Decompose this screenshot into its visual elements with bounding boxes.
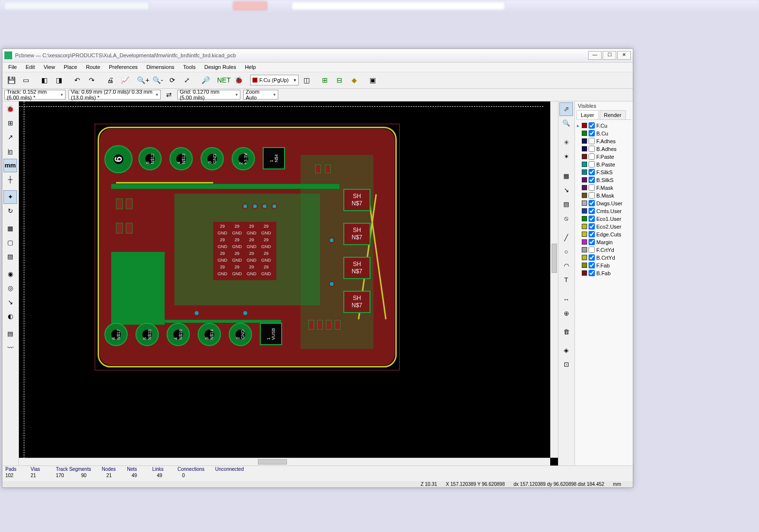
menu-preferences[interactable]: Preferences xyxy=(105,63,141,71)
layer-checkbox[interactable] xyxy=(589,138,595,144)
zoom-tool-icon[interactable]: 🔍 xyxy=(559,116,573,130)
zoom-in-button[interactable]: 🔍+ xyxy=(136,73,150,87)
pad-5-N$12[interactable]: 5N$12 xyxy=(138,147,162,170)
pad-1-VUSB[interactable]: 1VUSB xyxy=(260,323,282,345)
tab-render[interactable]: Render xyxy=(600,110,626,119)
highlight-net-icon[interactable]: ✳ xyxy=(559,136,573,150)
layer-checkbox[interactable] xyxy=(589,247,595,253)
layer-checkbox[interactable] xyxy=(589,146,595,152)
find-button[interactable]: 🔎 xyxy=(199,73,212,87)
zoom-fit-button[interactable]: ⤢ xyxy=(180,73,194,87)
pad-6[interactable]: 6 xyxy=(104,145,133,173)
pad-2-+3.3V[interactable]: 2+3.3V xyxy=(232,147,255,170)
layer-row-cmts-user[interactable]: ▸Cmts.User xyxy=(577,207,631,215)
horizontal-scrollbar[interactable] xyxy=(19,458,550,466)
delete-icon[interactable]: 🗑 xyxy=(559,325,573,339)
sh-pad-3[interactable]: SHN$7 xyxy=(343,291,371,313)
menu-tools[interactable]: Tools xyxy=(179,63,200,71)
layer-checkbox[interactable] xyxy=(589,130,595,136)
layer-checkbox[interactable] xyxy=(589,254,595,261)
pad-4-N$13[interactable]: 4N$13 xyxy=(169,147,193,170)
layer-row-margin[interactable]: ▸Margin xyxy=(577,238,631,246)
layer-checkbox[interactable] xyxy=(589,169,595,175)
pad-1-N$4[interactable]: 1N$4 xyxy=(263,147,285,169)
layer-row-f-mask[interactable]: ▸F.Mask xyxy=(577,184,631,192)
select-tool-icon[interactable]: ⬀ xyxy=(559,102,573,116)
menu-route[interactable]: Route xyxy=(82,63,104,71)
add-line-icon[interactable]: ╱ xyxy=(559,231,573,245)
mode-track-button[interactable]: ⊟ xyxy=(333,73,346,87)
add-track-icon[interactable]: ↘ xyxy=(559,183,573,197)
layer-row-f-paste[interactable]: ▸F.Paste xyxy=(577,153,631,161)
menu-view[interactable]: View xyxy=(40,63,59,71)
open-module-button[interactable]: ◧ xyxy=(37,73,51,87)
pad-5-N$15[interactable]: 5N$15 xyxy=(135,323,159,346)
offset-icon[interactable]: ◈ xyxy=(559,344,573,357)
high-contrast-icon[interactable]: ◐ xyxy=(3,310,17,323)
layer-manager-icon[interactable]: ▤ xyxy=(3,327,17,341)
pad-6-N$17[interactable]: 6N$17 xyxy=(104,323,128,346)
units-in-icon[interactable]: in xyxy=(3,145,17,158)
layer-checkbox[interactable] xyxy=(589,270,595,276)
grid-toggle-icon[interactable]: ⊞ xyxy=(3,116,17,130)
pad-sketch-icon[interactable]: ◉ xyxy=(3,267,17,281)
autozone-icon[interactable]: ▦ xyxy=(3,222,17,235)
layer-checkbox[interactable] xyxy=(589,262,595,268)
track-width-select[interactable]: Track: 0.152 mm (6.00 mils) * xyxy=(4,90,66,100)
layer-row-dwgs-user[interactable]: ▸Dwgs.User xyxy=(577,200,631,207)
layer-checkbox[interactable] xyxy=(589,231,595,237)
zone-outline-icon[interactable]: ▢ xyxy=(3,236,17,249)
mode-footprint-button[interactable]: ⊞ xyxy=(318,73,332,87)
layer-checkbox[interactable] xyxy=(589,239,595,245)
menu-place[interactable]: Place xyxy=(60,63,81,71)
maximize-button[interactable]: ☐ xyxy=(603,51,616,60)
add-keepout-icon[interactable]: ⦸ xyxy=(559,212,573,225)
layer-row-b-silks[interactable]: ▸B.SilkS xyxy=(577,176,631,184)
grid-origin-icon[interactable]: ⊡ xyxy=(559,358,573,371)
zoom-select[interactable]: Zoom Auto xyxy=(243,90,278,100)
layer-pair-button[interactable]: ◫ xyxy=(300,73,313,87)
cursor-shape-icon[interactable]: ┼ xyxy=(3,173,17,186)
auto-width-button[interactable]: ⇄ xyxy=(164,90,174,100)
drc-button[interactable]: 🐞 xyxy=(232,73,245,87)
units-mm-icon[interactable]: mm xyxy=(3,159,17,172)
grid-select[interactable]: Grid: 0.1270 mm (5.00 mils) xyxy=(177,90,240,100)
layer-row-b-fab[interactable]: ▸B.Fab xyxy=(577,269,631,277)
layer-checkbox[interactable] xyxy=(589,208,595,214)
scripting-button[interactable]: ▣ xyxy=(366,73,379,87)
layer-checkbox[interactable] xyxy=(589,184,595,191)
microwave-toolbar-icon[interactable]: 〰 xyxy=(3,341,17,355)
redo-button[interactable]: ↷ xyxy=(85,73,99,87)
ratsnest-show-icon[interactable]: ✦ xyxy=(3,190,17,204)
via-sketch-icon[interactable]: ◎ xyxy=(3,282,17,295)
print-button[interactable]: 🖨 xyxy=(103,73,117,87)
zone-display-icon[interactable]: ▨ xyxy=(3,250,17,264)
menu-edit[interactable]: Edit xyxy=(22,63,39,71)
layer-checkbox[interactable] xyxy=(589,192,595,199)
add-dimension-icon[interactable]: ↔ xyxy=(559,293,573,306)
layer-checkbox[interactable] xyxy=(589,200,595,206)
tab-layer[interactable]: Layer xyxy=(576,110,599,119)
page-settings-button[interactable]: ▭ xyxy=(19,73,33,87)
sh-pad-1[interactable]: SHN$7 xyxy=(343,223,371,245)
layer-row-b-crtyd[interactable]: ▸B.CrtYd xyxy=(577,254,631,262)
layer-row-f-adhes[interactable]: ▸F.Adhes xyxy=(577,137,631,145)
layer-row-b-adhes[interactable]: ▸B.Adhes xyxy=(577,145,631,153)
via-size-select[interactable]: Via: 0.69 mm (27.0 mils)/ 0.33 mm (13.0 … xyxy=(68,90,161,100)
layer-row-eco1-user[interactable]: ▸Eco1.User xyxy=(577,215,631,223)
menu-file[interactable]: File xyxy=(4,63,21,71)
polar-coord-icon[interactable]: ↗ xyxy=(3,131,17,144)
local-ratsnest-icon[interactable]: ✶ xyxy=(559,150,573,164)
layer-select[interactable]: F.Cu (PgUp) ▾ xyxy=(250,75,299,85)
layer-row-b-cu[interactable]: ▸B.Cu xyxy=(577,130,631,137)
layer-checkbox[interactable] xyxy=(589,122,595,129)
layer-checkbox[interactable] xyxy=(589,177,595,183)
close-button[interactable]: ✕ xyxy=(617,51,631,60)
zoom-redraw-button[interactable]: ⟳ xyxy=(166,73,179,87)
module-editor-button[interactable]: ◨ xyxy=(52,73,66,87)
pad-3-N$14[interactable]: 3N$14 xyxy=(198,323,221,346)
add-circle-icon[interactable]: ○ xyxy=(559,245,573,259)
add-module-icon[interactable]: ▦ xyxy=(559,169,573,183)
add-target-icon[interactable]: ⊕ xyxy=(559,307,573,320)
menu-design-rules[interactable]: Design Rules xyxy=(201,63,240,71)
